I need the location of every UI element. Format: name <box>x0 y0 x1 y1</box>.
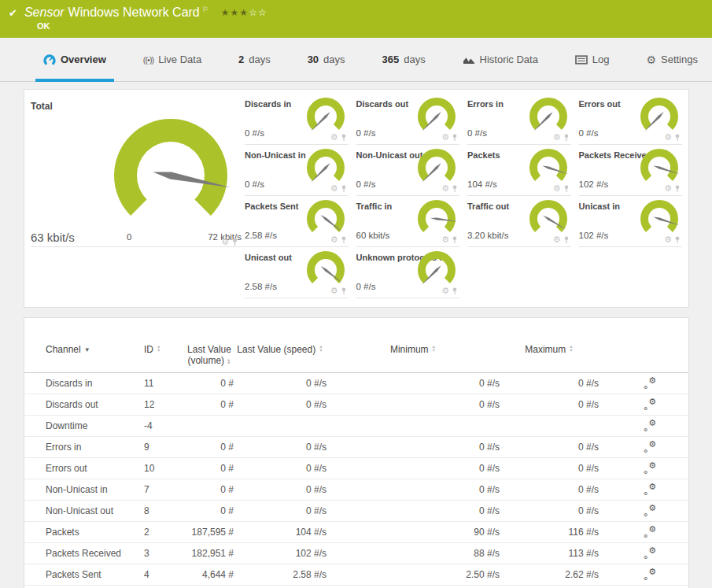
channel-gauge-cell[interactable]: Unicast in 102 #/s ⚙ <box>579 196 683 247</box>
cell-minimum: 88 #/s <box>326 548 500 559</box>
gauge-settings-gear-icon[interactable]: ⚙ <box>553 235 561 244</box>
pin-icon[interactable] <box>674 185 681 193</box>
channel-gauge-cell[interactable]: Errors out 0 #/s ⚙ <box>579 94 683 145</box>
channel-settings-icon[interactable]: ⚙ ⚙ <box>644 548 656 559</box>
column-header-channel[interactable]: Channel ▼ <box>46 344 144 355</box>
channel-gauge-cell[interactable]: Unicast out 2.58 #/s ⚙ <box>245 247 349 298</box>
channel-gauge-label: Discards out <box>356 99 409 109</box>
star-filled-icons[interactable]: ★★★ <box>221 7 249 18</box>
channel-settings-icon[interactable]: ⚙ ⚙ <box>644 527 656 538</box>
log-icon <box>575 55 588 65</box>
gauge-settings-gear-icon[interactable]: ⚙ <box>553 133 561 142</box>
channel-gauge-cell[interactable]: Packets Received 102 #/s ⚙ <box>579 145 683 196</box>
channel-settings-icon[interactable]: ⚙ ⚙ <box>644 442 656 453</box>
tab-log[interactable]: Log <box>575 38 610 81</box>
scale-min-label: 0 <box>127 232 131 242</box>
channel-settings-icon[interactable]: ⚙ ⚙ <box>644 569 656 580</box>
channel-settings-icon[interactable]: ⚙ ⚙ <box>644 378 656 389</box>
channel-settings-icon[interactable]: ⚙ ⚙ <box>644 399 656 410</box>
tab-30-days[interactable]: 30days <box>308 38 345 81</box>
channel-gauge <box>415 250 458 290</box>
flag-icon[interactable]: ⚐ <box>202 6 208 13</box>
pin-icon[interactable] <box>341 236 347 244</box>
channel-gauge <box>527 97 570 136</box>
sort-desc-icon: ▼ <box>84 346 90 353</box>
pin-icon[interactable] <box>231 238 238 246</box>
channel-gauge-cell[interactable]: Traffic out 3.20 kbit/s ⚙ <box>467 196 571 247</box>
column-header-minimum[interactable]: Minimum ▲▼ <box>326 344 500 355</box>
pin-icon[interactable] <box>452 287 458 295</box>
table-row: Packets Sent 4 4,644 # 2.58 #/s 2.50 #/s… <box>24 564 688 586</box>
channel-settings-icon[interactable]: ⚙ ⚙ <box>644 505 656 516</box>
tab-365-days[interactable]: 365days <box>382 38 425 81</box>
pin-icon[interactable] <box>452 185 458 193</box>
cell-last-value-volume: 0 # <box>185 505 234 516</box>
cell-last-value-speed: 0 #/s <box>234 463 326 474</box>
tab-settings[interactable]: ⚙ Settings <box>646 38 698 81</box>
channel-gauge-cell[interactable]: Traffic in 60 kbit/s ⚙ <box>356 196 460 247</box>
channel-gauge-value: 0 #/s <box>356 128 376 138</box>
channel-gauge-cell[interactable]: Discards out 0 #/s ⚙ <box>356 94 460 145</box>
pin-icon[interactable] <box>674 134 681 142</box>
channel-settings-icon[interactable]: ⚙ ⚙ <box>644 484 656 495</box>
cell-channel: Non-Unicast in <box>46 484 144 495</box>
channel-gauge-cell[interactable]: Packets 104 #/s ⚙ <box>467 145 571 196</box>
pin-icon[interactable] <box>563 236 570 244</box>
cell-last-value-volume: 187,595 # <box>185 527 234 538</box>
gauge-settings-gear-icon[interactable]: ⚙ <box>330 133 338 142</box>
channel-gauge-cell[interactable]: Non-Unicast out 0 #/s ⚙ <box>356 145 460 196</box>
pin-icon[interactable] <box>341 185 347 193</box>
channel-gauge-cell[interactable]: Non-Unicast in 0 #/s ⚙ <box>245 145 349 196</box>
channel-settings-icon[interactable]: ⚙ ⚙ <box>644 463 656 474</box>
gauge-settings-gear-icon[interactable]: ⚙ <box>553 184 561 193</box>
tab-live-data[interactable]: ((•)) Live Data <box>143 38 201 81</box>
channel-gauge-value: 2.58 #/s <box>245 282 277 291</box>
column-header-last-value-speed[interactable]: Last Value (speed) ▲▼ <box>234 344 326 355</box>
gauge-icon <box>43 54 56 65</box>
channel-gauge-label: Packets <box>467 150 500 160</box>
gauge-settings-gear-icon[interactable]: ⚙ <box>221 238 229 246</box>
gauge-settings-gear-icon[interactable]: ⚙ <box>330 184 338 193</box>
column-header-last-value-volume[interactable]: Last Value (volume)▲▼ <box>185 344 234 366</box>
gauge-settings-gear-icon[interactable]: ⚙ <box>664 184 672 193</box>
channel-gauge-cell[interactable]: Discards in 0 #/s ⚙ <box>245 94 349 145</box>
channel-gauge-cell[interactable]: Errors in 0 #/s ⚙ <box>467 94 571 145</box>
pin-icon[interactable] <box>341 134 347 142</box>
table-row: Packets 2 187,595 # 104 #/s 90 #/s 116 #… <box>24 522 688 543</box>
channel-gauge <box>304 250 347 290</box>
cell-last-value-speed: 102 #/s <box>234 548 326 559</box>
pin-icon[interactable] <box>452 134 458 142</box>
gauge-settings-gear-icon[interactable]: ⚙ <box>330 235 338 244</box>
cell-last-value-speed: 0 #/s <box>234 378 326 389</box>
tab-historic-data[interactable]: Historic Data <box>463 38 538 81</box>
pin-icon[interactable] <box>341 287 347 295</box>
total-gauge-cell[interactable]: Total 0 72 kbit/s 63 kbit/s ⚙ <box>31 94 245 247</box>
channel-gauge-cell[interactable]: Unknown protocols in 0 #/s ⚙ <box>356 247 460 298</box>
column-header-id[interactable]: ID ▲▼ <box>144 344 185 355</box>
channel-gauge-cell[interactable]: Packets Sent 2.58 #/s ⚙ <box>245 196 349 247</box>
channel-settings-icon[interactable]: ⚙ ⚙ <box>644 420 656 431</box>
pin-icon[interactable] <box>563 134 570 142</box>
tab-overview[interactable]: Overview <box>43 38 106 81</box>
cell-last-value-speed: 0 #/s <box>234 505 326 516</box>
gauge-settings-gear-icon[interactable]: ⚙ <box>441 287 449 295</box>
gauge-settings-gear-icon[interactable]: ⚙ <box>664 133 672 142</box>
priority-stars[interactable]: ★★★☆☆ <box>221 7 267 18</box>
column-header-maximum[interactable]: Maximum ▲▼ <box>500 344 599 355</box>
live-data-icon: ((•)) <box>143 55 154 65</box>
gauge-settings-gear-icon[interactable]: ⚙ <box>664 235 672 244</box>
cell-id: 2 <box>144 527 185 538</box>
star-empty-icons[interactable]: ☆☆ <box>249 7 267 18</box>
ok-check-icon: ✔ <box>9 7 17 19</box>
channel-gauge-label: Non-Unicast out <box>356 150 423 160</box>
gauge-settings-gear-icon[interactable]: ⚙ <box>441 235 449 244</box>
pin-icon[interactable] <box>452 236 458 244</box>
gauge-settings-gear-icon[interactable]: ⚙ <box>441 184 449 193</box>
cell-channel: Discards in <box>46 378 144 389</box>
pin-icon[interactable] <box>563 185 570 193</box>
tab-2-days[interactable]: 2days <box>238 38 271 81</box>
gauge-settings-gear-icon[interactable]: ⚙ <box>330 287 338 295</box>
gauge-settings-gear-icon[interactable]: ⚙ <box>441 133 449 142</box>
pin-icon[interactable] <box>674 236 681 244</box>
table-row: Errors out 10 0 # 0 #/s 0 #/s 0 #/s ⚙ ⚙ <box>24 458 688 479</box>
